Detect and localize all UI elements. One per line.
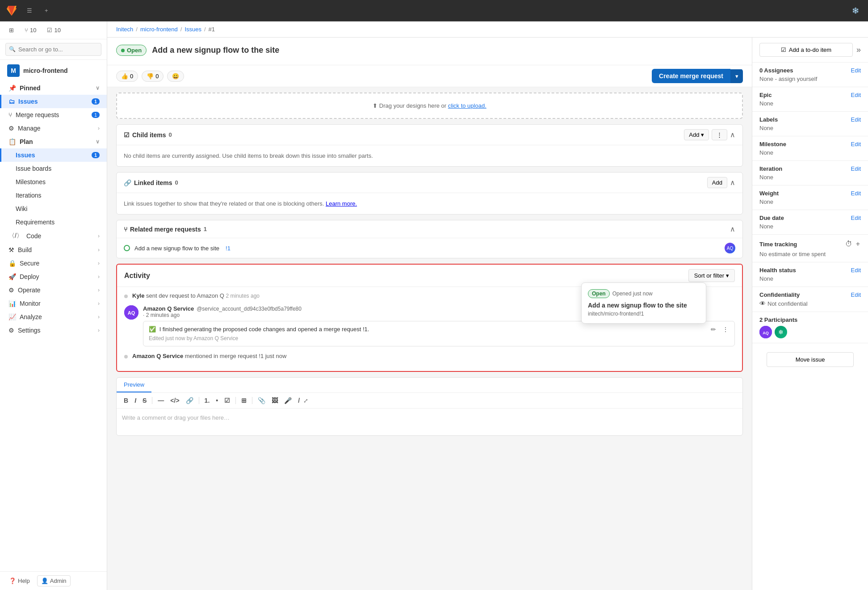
create-mr-label: Create merge request [659, 72, 723, 80]
rs-labels-edit-btn[interactable]: Edit [851, 116, 861, 123]
activity-icon-btn[interactable]: ❄️ [848, 5, 863, 16]
design-drop-zone[interactable]: ⬆ Drag your designs here or click to upl… [116, 93, 743, 119]
sidebar-item-analyze[interactable]: 📈 Analyze › [0, 310, 107, 324]
rs-weight-edit-btn[interactable]: Edit [851, 190, 861, 197]
rs-time-clock-btn[interactable]: ⏱ [844, 239, 853, 249]
linked-items-add-btn[interactable]: Add [707, 177, 727, 188]
rs-iteration-edit-btn[interactable]: Edit [851, 165, 861, 172]
right-sidebar-expand-btn[interactable]: » [856, 45, 861, 55]
popup-path: initech/micro-frontend!1 [588, 311, 700, 317]
sidebar-item-pinned[interactable]: 📌 Pinned ∨ [0, 81, 107, 95]
related-mr-collapse-btn[interactable]: ∧ [730, 225, 735, 233]
sidebar-item-iterations[interactable]: Iterations [0, 189, 107, 202]
create-mr-btn[interactable]: Create merge request [652, 69, 730, 83]
sidebar-item-issues[interactable]: Issues 1 [0, 148, 107, 162]
comment-more-btn[interactable]: ⋮ [720, 325, 731, 334]
linked-items-collapse-btn[interactable]: ∧ [730, 178, 735, 187]
editor-placeholder: Write a comment or drag your files here… [122, 414, 230, 421]
secure-label: Secure [20, 260, 39, 267]
toolbar-bullet-list-btn[interactable]: • [213, 396, 221, 405]
editor-expand-btn[interactable]: ⤢ [303, 397, 308, 404]
rs-confidentiality-value: Not confidential [767, 300, 808, 307]
sidebar-board-btn[interactable]: ⊞ [5, 25, 17, 35]
sidebar-item-secure[interactable]: 🔒 Secure › [0, 257, 107, 270]
status-dot [121, 49, 125, 52]
rs-confidentiality-edit-btn[interactable]: Edit [851, 291, 861, 298]
sidebar-item-monitor[interactable]: 📊 Monitor › [0, 297, 107, 310]
emoji-picker-btn[interactable]: 😀 [167, 71, 184, 82]
activity-dot-1 [124, 295, 128, 298]
linked-items-title: 🔗 Linked items 0 [124, 179, 178, 186]
linked-items-header: 🔗 Linked items 0 Add ∧ [117, 173, 742, 193]
thumbsup-btn[interactable]: 👍 0 [116, 71, 138, 82]
rs-time-tracking-value: No estimate or time spent [759, 251, 861, 257]
child-items-collapse-btn[interactable]: ∧ [730, 131, 735, 139]
breadcrumb-org[interactable]: Initech [116, 26, 133, 33]
pinned-label: Pinned [20, 84, 41, 92]
toolbar-bold-btn[interactable]: B [121, 396, 131, 405]
sidebar-item-deploy[interactable]: 🚀 Deploy › [0, 270, 107, 283]
rs-due-date-edit-btn[interactable]: Edit [851, 215, 861, 221]
sidebar-item-issue-boards[interactable]: Issue boards [0, 162, 107, 175]
help-btn[interactable]: ❓ Help [5, 575, 34, 586]
issue-title: Add a new signup flow to the site [152, 46, 279, 55]
rs-milestone-edit-btn[interactable]: Edit [851, 141, 861, 148]
sidebar-item-operate[interactable]: ⚙ Operate › [0, 283, 107, 297]
toolbar-sep-1 [152, 397, 152, 404]
rs-health-status-edit-btn[interactable]: Edit [851, 267, 861, 274]
sidebar-item-requirements[interactable]: Requirements [0, 215, 107, 229]
sidebar-item-settings[interactable]: ⚙ Settings › [0, 324, 107, 337]
toolbar-attach-btn[interactable]: 📎 [255, 396, 268, 405]
toolbar-table-btn[interactable]: ⊞ [239, 396, 249, 405]
new-item-btn[interactable]: + [41, 5, 52, 16]
activity-avatar-2: AQ [124, 305, 138, 320]
move-issue-btn[interactable]: Move issue [767, 352, 854, 367]
toolbar-code-btn[interactable]: </> [168, 396, 182, 405]
breadcrumb-repo[interactable]: micro-frontend [140, 26, 178, 33]
toolbar-link-btn[interactable]: 🔗 [183, 396, 196, 405]
sidebar-item-mr-pinned[interactable]: ⑂ Merge requests 1 [0, 108, 107, 122]
sidebar-item-code[interactable]: 〈/〉 Code › [0, 229, 107, 243]
child-items-more-btn[interactable]: ⋮ [712, 129, 727, 140]
toolbar-strikethrough-btn[interactable]: S [140, 396, 149, 405]
editor-body[interactable]: Write a comment or drag your files here… [117, 409, 742, 435]
sidebar-issues-btn[interactable]: ☑ 10 [43, 25, 64, 35]
toolbar-audio-btn[interactable]: 🎤 [281, 396, 294, 405]
editor-tab-preview[interactable]: Preview [117, 378, 151, 392]
todo-btn[interactable]: ☑ Add a to-do item [759, 43, 853, 57]
rs-due-date-row: Due date Edit [759, 215, 861, 221]
sidebar-item-plan[interactable]: 📋 Plan ∨ [0, 135, 107, 148]
linked-items-learn-more[interactable]: Learn more. [326, 200, 357, 207]
rs-assignees-edit-btn[interactable]: Edit [851, 67, 861, 74]
search-input[interactable] [5, 43, 101, 56]
analyze-arrow: › [98, 314, 100, 320]
breadcrumb-sep3: / [204, 26, 206, 33]
toolbar-quote-btn[interactable]: — [155, 396, 167, 405]
admin-btn[interactable]: 👤 Admin [37, 575, 71, 586]
sidebar-item-build[interactable]: ⚒ Build › [0, 243, 107, 257]
eye-icon: 👁 [759, 300, 766, 307]
sort-filter-btn[interactable]: Sort or filter ▾ [688, 269, 735, 282]
wiki-label: Wiki [16, 205, 27, 212]
comment-edit-btn[interactable]: ✏ [709, 325, 718, 334]
sidebar-item-issues-pinned[interactable]: 🗂 Issues 1 [0, 95, 107, 108]
sidebar-toggle-btn[interactable]: ☰ [23, 5, 36, 16]
toolbar-image-btn[interactable]: 🖼 [269, 396, 281, 405]
code-arrow: › [98, 233, 100, 239]
thumbsdown-btn[interactable]: 👎 0 [142, 71, 164, 82]
admin-icon: 👤 [41, 577, 48, 584]
child-items-add-btn[interactable]: Add ▾ [684, 129, 709, 140]
rs-epic-edit-btn[interactable]: Edit [851, 92, 861, 98]
toolbar-ordered-list-btn[interactable]: 1. [202, 396, 213, 405]
toolbar-command-btn[interactable]: / [295, 396, 302, 405]
sidebar-item-manage[interactable]: ⚙ Manage › [0, 122, 107, 135]
create-mr-dropdown-btn[interactable]: ▾ [730, 69, 743, 83]
breadcrumb-issues[interactable]: Issues [185, 26, 201, 33]
sidebar-item-milestones[interactable]: Milestones [0, 175, 107, 189]
sidebar-item-wiki[interactable]: Wiki [0, 202, 107, 215]
design-upload-link[interactable]: click to upload. [448, 102, 486, 109]
toolbar-italic-btn[interactable]: I [132, 396, 139, 405]
rs-time-add-btn[interactable]: + [855, 239, 861, 249]
toolbar-checklist-btn[interactable]: ☑ [222, 396, 233, 405]
sidebar-mr-btn[interactable]: ⑂ 10 [21, 25, 40, 35]
